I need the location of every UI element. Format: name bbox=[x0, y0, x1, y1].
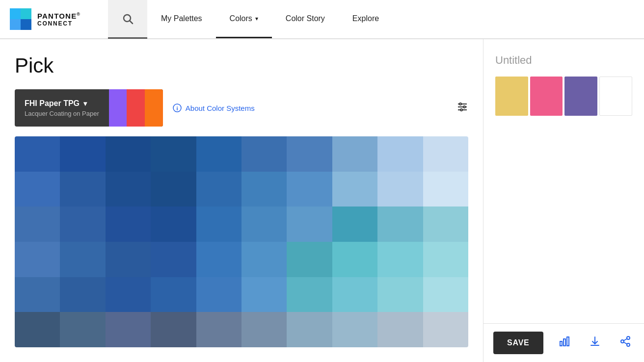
color-cell[interactable] bbox=[60, 136, 105, 172]
color-cell[interactable] bbox=[377, 312, 423, 347]
color-cell[interactable] bbox=[377, 207, 423, 242]
nav-item-my-palettes[interactable]: My Palettes bbox=[147, 0, 216, 38]
svg-rect-15 bbox=[564, 339, 565, 346]
color-cell[interactable] bbox=[106, 136, 151, 172]
svg-rect-0 bbox=[10, 8, 21, 19]
save-button[interactable]: SAVE bbox=[493, 332, 543, 354]
swatch-pink[interactable] bbox=[530, 77, 563, 116]
color-cell[interactable] bbox=[332, 277, 377, 312]
palette-spacer bbox=[483, 116, 644, 323]
color-cell[interactable] bbox=[60, 172, 105, 207]
nav-item-explore[interactable]: Explore bbox=[339, 0, 393, 38]
color-cell[interactable] bbox=[423, 207, 468, 242]
preview-orange bbox=[145, 89, 163, 127]
color-cell[interactable] bbox=[287, 207, 332, 242]
search-button[interactable] bbox=[108, 0, 147, 39]
color-cell[interactable] bbox=[332, 312, 377, 347]
about-color-systems-button[interactable]: i About Color Systems bbox=[173, 103, 255, 112]
download-button[interactable] bbox=[586, 333, 604, 353]
palette-swatches bbox=[483, 77, 644, 116]
chevron-down-icon: ▾ bbox=[255, 15, 258, 22]
swatch-yellow[interactable] bbox=[495, 77, 528, 116]
color-cell[interactable] bbox=[151, 172, 196, 207]
color-cell[interactable] bbox=[377, 136, 423, 172]
svg-line-21 bbox=[624, 339, 627, 341]
swatch-purple[interactable] bbox=[564, 77, 597, 116]
color-cell[interactable] bbox=[242, 172, 287, 207]
color-cell[interactable] bbox=[423, 242, 468, 277]
color-cell[interactable] bbox=[332, 172, 377, 207]
color-cell[interactable] bbox=[242, 312, 287, 347]
swatch-empty[interactable] bbox=[599, 77, 632, 116]
color-cell[interactable] bbox=[287, 277, 332, 312]
color-cell[interactable] bbox=[60, 277, 105, 312]
color-cell[interactable] bbox=[106, 207, 151, 242]
color-cell[interactable] bbox=[242, 277, 287, 312]
color-cell[interactable] bbox=[423, 312, 468, 347]
nav-items: My Palettes Colors ▾ Color Story Explore bbox=[147, 0, 393, 38]
color-cell[interactable] bbox=[151, 277, 196, 312]
color-cell[interactable] bbox=[15, 277, 60, 312]
info-icon: i bbox=[173, 103, 182, 112]
color-cell[interactable] bbox=[15, 312, 60, 347]
color-cell[interactable] bbox=[242, 136, 287, 172]
svg-line-20 bbox=[624, 342, 627, 344]
color-cell[interactable] bbox=[377, 242, 423, 277]
color-cell[interactable] bbox=[196, 207, 242, 242]
svg-point-13 bbox=[460, 109, 462, 111]
color-cell[interactable] bbox=[196, 312, 242, 347]
color-system-selector[interactable]: FHI Paper TPG ▾ Lacquer Coating on Paper bbox=[15, 89, 163, 127]
color-cell[interactable] bbox=[287, 312, 332, 347]
color-cell[interactable] bbox=[196, 277, 242, 312]
svg-point-12 bbox=[463, 106, 465, 108]
navbar: PANTONE® CONNECT My Palettes Colors ▾ Co… bbox=[0, 0, 644, 39]
color-cell[interactable] bbox=[377, 172, 423, 207]
svg-rect-3 bbox=[21, 19, 31, 30]
svg-line-5 bbox=[130, 21, 133, 24]
color-cell[interactable] bbox=[106, 312, 151, 347]
color-cell[interactable] bbox=[242, 242, 287, 277]
color-cell[interactable] bbox=[332, 242, 377, 277]
svg-rect-1 bbox=[21, 8, 31, 19]
chart-button[interactable] bbox=[556, 333, 573, 353]
download-icon bbox=[589, 336, 601, 347]
color-cell[interactable] bbox=[196, 172, 242, 207]
color-cell[interactable] bbox=[377, 277, 423, 312]
color-cell[interactable] bbox=[287, 242, 332, 277]
color-cell[interactable] bbox=[423, 277, 468, 312]
color-cell[interactable] bbox=[151, 207, 196, 242]
color-cell[interactable] bbox=[332, 136, 377, 172]
filter-button[interactable] bbox=[456, 101, 468, 115]
color-cell[interactable] bbox=[15, 172, 60, 207]
color-cell[interactable] bbox=[151, 312, 196, 347]
svg-rect-14 bbox=[560, 341, 562, 346]
color-cell[interactable] bbox=[287, 136, 332, 172]
color-cell[interactable] bbox=[15, 136, 60, 172]
color-cell[interactable] bbox=[423, 172, 468, 207]
color-cell[interactable] bbox=[15, 207, 60, 242]
chevron-down-icon: ▾ bbox=[83, 100, 87, 107]
color-cell[interactable] bbox=[332, 207, 377, 242]
color-cell[interactable] bbox=[151, 136, 196, 172]
share-button[interactable] bbox=[617, 333, 634, 353]
color-cell[interactable] bbox=[60, 312, 105, 347]
color-cell[interactable] bbox=[60, 242, 105, 277]
color-cell[interactable] bbox=[106, 172, 151, 207]
color-grid bbox=[15, 136, 468, 347]
color-system-name: FHI Paper TPG ▾ bbox=[25, 99, 99, 108]
logo-area: PANTONE® CONNECT bbox=[0, 8, 108, 30]
color-cell[interactable] bbox=[106, 242, 151, 277]
color-cell[interactable] bbox=[287, 172, 332, 207]
color-cell[interactable] bbox=[15, 242, 60, 277]
palette-actions: SAVE bbox=[483, 323, 644, 362]
color-cell[interactable] bbox=[106, 277, 151, 312]
nav-item-colors[interactable]: Colors ▾ bbox=[216, 0, 272, 38]
color-cell[interactable] bbox=[151, 242, 196, 277]
nav-item-color-story[interactable]: Color Story bbox=[272, 0, 339, 38]
color-cell[interactable] bbox=[60, 207, 105, 242]
color-cell[interactable] bbox=[196, 242, 242, 277]
color-cell[interactable] bbox=[423, 136, 468, 172]
preview-purple bbox=[109, 89, 127, 127]
color-cell[interactable] bbox=[196, 136, 242, 172]
color-cell[interactable] bbox=[242, 207, 287, 242]
